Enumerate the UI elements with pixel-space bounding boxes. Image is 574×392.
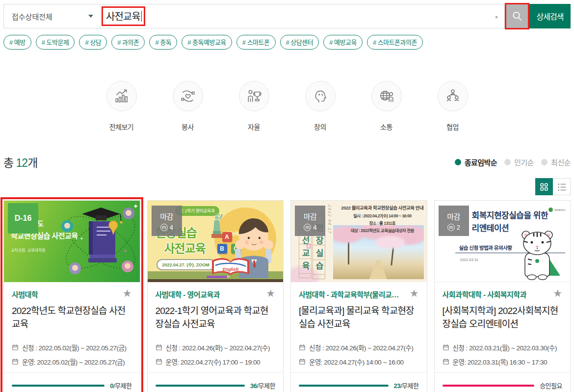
category-creativity[interactable]: 창의	[305, 81, 336, 131]
category-communication[interactable]: 소통	[371, 81, 402, 131]
category-autonomy[interactable]: 자율	[239, 81, 269, 131]
blossom-icon: ✿	[306, 242, 312, 251]
bookmark-star-icon[interactable]: ★	[123, 288, 132, 298]
calendar-icon	[299, 344, 306, 351]
list-view-button[interactable]	[553, 178, 571, 195]
query-annotation-box: 사전교육	[102, 6, 145, 26]
card-title[interactable]: 2022학년도 학교현장실습 사전교육	[12, 305, 132, 331]
college-label: 사범대학	[12, 289, 38, 299]
course-card[interactable]: 도 1학기 영어교육과 현장실습 사전교육 2022.04.27. (수). Z…	[147, 200, 284, 392]
total-count: 총 12개	[3, 154, 37, 170]
course-card[interactable]: 회복지현장실습을 위한 리엔테이션 DAEGU 실습 신청 방법과 유의사항 2…	[434, 200, 571, 392]
svg-text:✦: ✦	[133, 203, 138, 210]
card-footer: 23/무제한	[291, 372, 427, 392]
idea-head-icon	[312, 88, 329, 105]
operate-date: 운영: 2022.04.27(수) 14:00 ~ 16:00	[299, 357, 419, 366]
search-input[interactable]: 사전교육	[101, 4, 504, 28]
hashtag-chip[interactable]: # 스마트폰과의존	[367, 35, 423, 50]
input-resize-dot	[496, 16, 497, 18]
category-label: 창의	[314, 122, 326, 131]
category-volunteer[interactable]: 봉사	[173, 81, 203, 131]
results-header: 총 12개 종료임박순 인기순 최신순	[3, 154, 571, 170]
thumbnail-date: 2022.03.31	[460, 258, 479, 262]
advanced-search-button[interactable]: 상세검색	[529, 4, 571, 28]
sort-ending-soon[interactable]: 종료임박순	[455, 157, 497, 167]
search-button[interactable]	[506, 4, 528, 28]
calendar-icon	[12, 344, 19, 351]
svg-text:✦: ✦	[123, 248, 127, 254]
card-title[interactable]: [물리교육과] 물리교육 학교현장실습 사전교육	[299, 305, 419, 331]
hashtag-chip[interactable]: # 중독예방교육	[182, 35, 232, 50]
college-label: 사범대학 - 과학교육학부(물리교…	[299, 289, 399, 299]
statue-of-liberty-illustration	[210, 211, 223, 239]
hashtag-chip[interactable]: # 예방	[3, 35, 31, 50]
hands-heart-icon	[180, 88, 196, 105]
logo-icon	[548, 208, 553, 212]
calendar-icon	[156, 358, 162, 365]
sort-newest[interactable]: 최신순	[541, 157, 571, 167]
bookmark-star-icon[interactable]: ★	[553, 288, 562, 298]
svg-text:English: English	[222, 267, 238, 272]
thumbnail-text: 리엔테이션	[472, 221, 509, 234]
calendar-icon	[12, 358, 19, 365]
bookmark-star-icon[interactable]: ★	[410, 288, 419, 298]
card-thumbnail: D-16 2022학년도 학교현장실습 사전교육 교직과정, 교육대학원	[4, 201, 140, 282]
course-search-page: 접수상태전체 사전교육 상세검색 # 예방 # 도박문제	[0, 0, 574, 392]
hashtag-chip[interactable]: # 스마트폰	[236, 35, 276, 50]
search-button-annotation-box	[505, 3, 529, 29]
search-box: 접수상태전체 사전교육	[3, 4, 505, 28]
sort-options: 종료임박순 인기순 최신순	[455, 157, 571, 167]
calendar-icon	[443, 344, 449, 351]
radio-dot-icon	[541, 159, 548, 165]
hashtag-chip[interactable]: # 과의존	[111, 35, 145, 50]
category-label: 자율	[248, 122, 260, 131]
grid-view-button[interactable]	[535, 178, 553, 195]
progress-bar	[156, 385, 245, 387]
category-collaboration[interactable]: 협업	[438, 81, 468, 131]
hashtag-chip[interactable]: # 중독	[149, 35, 177, 50]
path	[369, 261, 387, 279]
card-title[interactable]: 2022-1학기 영어교육과 학교현장실습 사전교육	[156, 305, 276, 331]
card-footer: 36/무제한	[148, 372, 284, 392]
closed-badge-label: 마감	[160, 211, 173, 221]
sort-label: 최신순	[551, 157, 571, 167]
search-query-text: 사전교육	[106, 9, 140, 23]
calendar-icon	[443, 358, 449, 365]
course-card[interactable]: D-16 2022학년도 학교현장실습 사전교육 교직과정, 교육대학원	[3, 200, 140, 392]
pencil-illustration	[207, 276, 227, 278]
thumbnail-text: 회복지현장실습을 위한	[472, 209, 548, 221]
apply-date: 신청 : 2022.04.26(화) ~ 2022.04.27(수)	[299, 342, 419, 352]
card-footer: 승인필요	[435, 372, 571, 392]
card-footer: 0/무제한	[4, 372, 140, 392]
hashtag-chip[interactable]: # 도박문제	[36, 35, 75, 50]
card-body: 사범대학 - 과학교육학부(물리교… ★ [물리교육과] 물리교육 학교현장실습…	[291, 282, 427, 392]
apply-date: 신청 : 2022.03.21(월) ~ 2022.03.30(수)	[443, 342, 563, 352]
calendar-icon	[156, 344, 162, 351]
status-filter-select[interactable]: 접수상태전체	[4, 4, 101, 28]
progress-bar	[12, 385, 104, 387]
category-label: 전체보기	[109, 122, 134, 131]
course-card[interactable]: 2022 물리교육과 학교현장실습 사전교육 안내 일시 : 2022.04.2…	[290, 200, 427, 392]
category-row: 전체보기 봉사 자율	[0, 81, 574, 131]
date-info: 신청 : 2022.04.26(화) ~ 2022.04.27(수) 운영: 2…	[299, 338, 419, 372]
card-body: 사회과학대학 - 사회복지학과 ★ [사회복지학과] 2022사회복지현장실습 …	[435, 282, 571, 392]
category-all[interactable]: 전체보기	[106, 81, 137, 131]
card-title[interactable]: [사회복지학과] 2022사회복지현장실습 오리엔테이션	[443, 305, 563, 331]
operate-date: 운영: 2022.04.27(수) 17:00 ~ 19:00	[156, 357, 276, 366]
capacity-label: 36/무제한	[250, 381, 275, 390]
hashtag-chip[interactable]: # 상담센터	[280, 35, 319, 50]
apply-date: 신청 : 2022.05.02(월) ~ 2022.05.27(금)	[12, 342, 132, 352]
bookmark-star-icon[interactable]: ★	[266, 288, 275, 298]
closed-badge: 마감 m 4	[295, 206, 325, 236]
svg-text:✦: ✦	[80, 236, 83, 241]
sort-label: 종료임박순	[465, 157, 497, 167]
hashtag-chip[interactable]: # 상담	[79, 35, 107, 50]
vertical-date: 2022 04 27	[327, 205, 332, 235]
list-view-icon	[556, 182, 567, 192]
text-cursor	[141, 11, 142, 22]
hashtag-chip[interactable]: # 예방교육	[323, 35, 363, 50]
sort-popularity[interactable]: 인기순	[504, 157, 534, 167]
member-count: m 4	[160, 224, 173, 231]
closed-badge-label: 마감	[304, 211, 317, 221]
college-label: 사범대학 - 영어교육과	[156, 289, 220, 299]
